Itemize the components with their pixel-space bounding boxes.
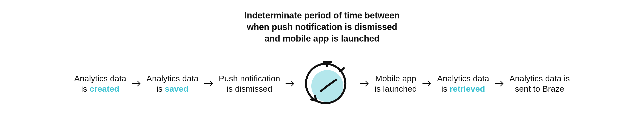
flow-row: Analytics data is created Analytics data…	[0, 57, 644, 111]
step-text-em: created	[90, 84, 119, 93]
step-sent-to-braze: Analytics data is sent to Braze	[510, 73, 570, 94]
arrow-icon	[421, 78, 432, 89]
step-created: Analytics data is created	[74, 73, 126, 94]
stopwatch-icon	[300, 57, 354, 111]
caption-line: Indeterminate period of time between	[244, 10, 400, 21]
arrow-icon	[203, 78, 214, 89]
step-text-mid: is	[81, 84, 90, 93]
step-text: Analytics data	[437, 73, 489, 84]
step-text-em: retrieved	[450, 84, 485, 93]
step-retrieved: Analytics data is retrieved	[437, 73, 489, 94]
caption-line: when push notification is dismissed	[244, 21, 400, 33]
step-text: is retrieved	[437, 84, 489, 94]
step-text: Analytics data is	[510, 73, 570, 84]
arrow-icon	[131, 78, 142, 89]
step-launched: Mobile app is launched	[374, 73, 417, 94]
step-text: Analytics data	[146, 73, 198, 84]
step-text: sent to Braze	[510, 84, 570, 94]
caption-line: and mobile app is launched	[244, 33, 400, 44]
svg-line-6	[340, 68, 344, 71]
step-text: is launched	[374, 84, 417, 94]
diagram-root: Indeterminate period of time between whe…	[0, 0, 644, 130]
step-text: is created	[74, 84, 126, 94]
step-text: Mobile app	[374, 73, 417, 84]
step-text: is saved	[146, 84, 198, 94]
step-text-mid: is	[156, 84, 165, 93]
arrow-icon	[494, 78, 505, 89]
step-text-mid: is	[441, 84, 450, 93]
step-text: is dismissed	[219, 84, 280, 94]
arrow-icon	[359, 78, 370, 89]
step-text: Analytics data	[74, 73, 126, 84]
step-dismissed: Push notification is dismissed	[219, 73, 280, 94]
arrow-icon	[284, 78, 296, 89]
step-text: Push notification	[219, 73, 280, 84]
diagram-caption: Indeterminate period of time between whe…	[244, 10, 400, 44]
svg-point-9	[326, 85, 328, 87]
step-text-em: saved	[165, 84, 188, 93]
step-saved: Analytics data is saved	[146, 73, 198, 94]
